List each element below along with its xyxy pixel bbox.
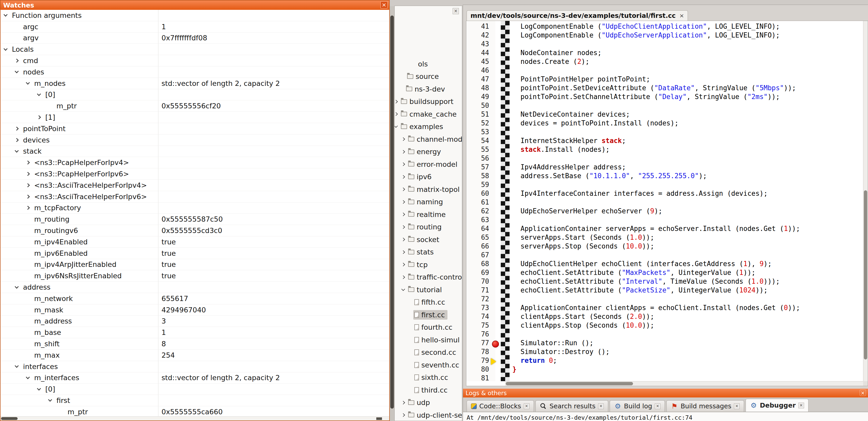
watch-row[interactable]: nodes [1,66,389,78]
watch-row[interactable]: m_ipv6NsRsJitterEnabledtrue [1,270,389,282]
watches-titlebar[interactable]: Watches × [1,1,389,10]
code-line[interactable]: clientApps.Start (Seconds (2.0)); [513,312,863,321]
chevron-right-icon[interactable] [15,138,19,142]
chevron-down-icon[interactable] [4,13,8,17]
tree-item[interactable]: third.cc [395,384,462,396]
watch-row[interactable]: m_network655617 [1,293,389,304]
watches-close-button[interactable]: × [380,1,388,8]
chevron-right-icon[interactable] [26,172,30,176]
code-line[interactable] [513,101,863,110]
tab-debugger[interactable]: Debugger× [746,399,808,412]
chevron-right-icon[interactable] [401,150,405,154]
tree-item[interactable]: realtime [395,208,462,221]
chevron-right-icon[interactable] [26,194,30,199]
chevron-right-icon[interactable] [401,200,405,204]
code-line[interactable]: echoClient.SetAttribute ("Interval", Tim… [513,277,863,286]
chevron-down-icon[interactable] [395,124,398,128]
editor-tab[interactable]: mnt/dev/tools/source/ns-3-dev/examples/t… [467,10,688,21]
projects-tree[interactable]: olssourcens-3-devbuildsupportcmake_cache… [395,58,462,421]
watch-row[interactable]: cmd [1,55,389,66]
tree-item[interactable]: ols [395,58,462,70]
code-line[interactable]: LogComponentEnable ("UdpEchoServerApplic… [513,31,863,39]
tree-item[interactable]: stats [395,246,462,259]
chevron-right-icon[interactable] [401,276,405,279]
tab-build-messages[interactable]: Build messages× [666,400,744,412]
watches-horizontal-scrollbar[interactable] [1,416,389,420]
watch-row[interactable]: Locals [1,44,389,55]
chevron-down-icon[interactable] [48,398,52,402]
editor-horizontal-scrollbar[interactable] [505,381,863,386]
tab-close-icon[interactable]: × [679,12,684,19]
code-area[interactable]: LogComponentEnable ("UdpEchoClientApplic… [513,21,863,381]
chevron-right-icon[interactable] [401,213,405,216]
watch-row[interactable]: stack [1,146,389,157]
close-icon[interactable]: × [798,402,804,408]
chevron-right-icon[interactable] [395,112,398,116]
tree-item[interactable]: first.cc [395,309,462,321]
code-line[interactable]: Simulator::Run (); [513,338,863,347]
watch-row[interactable]: m_address3 [1,316,389,327]
code-line[interactable]: echoClient.SetAttribute ("MaxPackets", U… [513,268,863,277]
chevron-down-icon[interactable] [15,69,19,73]
code-line[interactable] [513,198,863,206]
code-line[interactable]: NodeContainer nodes; [513,48,863,57]
watch-row[interactable]: m_ipv4Enabledtrue [1,236,389,248]
watch-row[interactable]: [0] [1,89,389,101]
code-line[interactable]: echoClient.SetAttribute ("PacketSize", U… [513,286,863,295]
watch-row[interactable]: m_max254 [1,350,389,361]
chevron-down-icon[interactable] [37,386,41,390]
code-line[interactable] [513,216,863,224]
chevron-down-icon[interactable] [401,287,405,291]
chevron-right-icon[interactable] [395,100,398,103]
chevron-right-icon[interactable] [26,206,30,210]
chevron-right-icon[interactable] [37,115,41,120]
tree-item[interactable]: udp-client-ser [395,409,462,421]
code-line[interactable]: ApplicationContainer clientApps = echoCl… [513,303,863,312]
watch-row[interactable]: m_ptr0x55555556cf20 [1,100,389,112]
code-line[interactable]: pointToPoint.SetDeviceAttribute ("DataRa… [513,84,863,92]
chevron-down-icon[interactable] [26,375,30,379]
tree-item[interactable]: error-model [395,158,462,171]
watch-row[interactable]: m_ipv6Enabledtrue [1,248,389,259]
code-line[interactable]: ApplicationContainer serverApps = echoSe… [513,224,863,233]
code-line[interactable] [513,251,863,259]
code-line[interactable]: devices = pointToPoint.Install (nodes); [513,119,863,128]
tree-item[interactable]: fifth.cc [395,296,462,309]
code-line[interactable]: Ipv4InterfaceContainer interfaces = addr… [513,189,863,198]
code-line[interactable]: address.SetBase ("10.1.1.0", "255.255.25… [513,171,863,180]
tree-item[interactable]: channel-mod [395,133,462,145]
tree-item[interactable]: ipv6 [395,171,462,183]
watch-row[interactable]: m_routing0x555555587c50 [1,214,389,225]
tab-build-log[interactable]: Build log× [610,400,665,412]
chevron-right-icon[interactable] [401,413,405,417]
tree-item[interactable]: seventh.cc [395,359,462,371]
tree-item[interactable]: hello-simul [395,333,462,346]
chevron-down-icon[interactable] [15,149,19,153]
code-line[interactable]: serverApps.Start (Seconds (1.0)); [513,233,863,242]
logs-close-button[interactable]: × [860,390,866,396]
chevron-right-icon[interactable] [401,162,405,166]
chevron-right-icon[interactable] [401,225,405,229]
close-icon[interactable]: × [655,403,660,409]
watch-row[interactable]: argc1 [1,21,389,33]
watch-row[interactable]: m_base1 [1,327,389,338]
watch-row[interactable]: <ns3::AsciiTraceHelperForIpv6> [1,191,389,202]
watch-row[interactable]: m_tcpFactory [1,202,389,214]
chevron-right-icon[interactable] [401,175,405,179]
watch-row[interactable]: m_nodesstd::vector of length 2, capacity… [1,78,389,89]
watch-row[interactable]: <ns3::PcapHelperForIpv4> [1,157,389,168]
chevron-down-icon[interactable] [4,47,8,51]
chevron-right-icon[interactable] [401,238,405,241]
close-icon[interactable]: × [598,403,604,409]
tree-item[interactable]: naming [395,196,462,208]
close-icon[interactable]: × [734,403,740,409]
watch-row[interactable]: address [1,282,389,293]
logs-titlebar[interactable]: Logs & others × [463,389,868,397]
tree-item[interactable]: socket [395,233,462,246]
tree-item[interactable]: tcp [395,258,462,271]
code-line[interactable]: clientApps.Stop (Seconds (10.0)); [513,321,863,330]
chevron-down-icon[interactable] [15,285,19,289]
editor-vertical-scrollbar[interactable] [863,21,868,381]
watch-row[interactable]: m_mask4294967040 [1,304,389,316]
watch-row[interactable]: interfaces [1,361,389,373]
